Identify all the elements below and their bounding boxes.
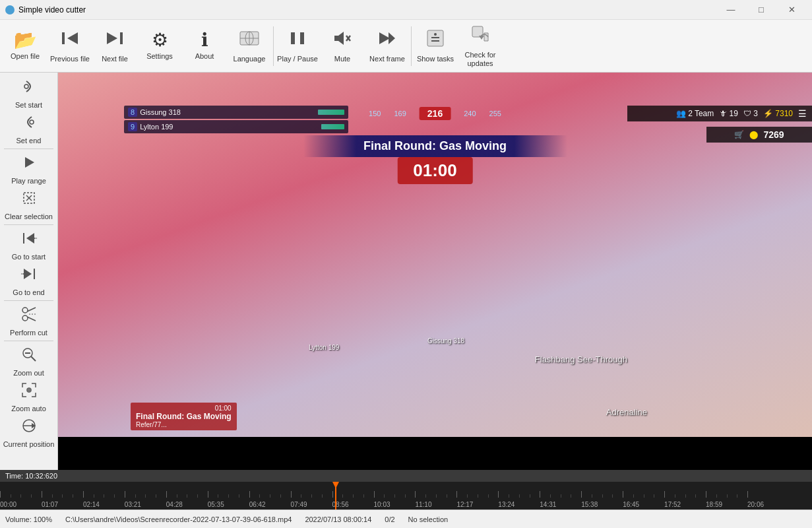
settings-label: Settings xyxy=(146,52,173,61)
next-file-button[interactable]: Next file xyxy=(92,22,137,71)
current-position-button[interactable]: Current position xyxy=(3,415,55,449)
prev-file-icon xyxy=(59,28,80,52)
svg-point-34 xyxy=(22,315,28,321)
perform-cut-icon xyxy=(20,305,38,327)
set-start-icon xyxy=(20,77,38,100)
prev-file-button[interactable]: Previous file xyxy=(47,22,92,71)
timeline-label: 18:59 xyxy=(706,501,722,508)
timeline-label: 02:14 xyxy=(83,501,100,508)
sidebar-sep-1 xyxy=(4,148,53,149)
set-start-label: Set start xyxy=(15,101,42,109)
play-range-button[interactable]: Play range xyxy=(3,152,55,186)
set-start-button[interactable]: Set start xyxy=(3,76,55,110)
svg-point-22 xyxy=(30,120,34,124)
next-frame-button[interactable]: Next frame xyxy=(365,22,410,71)
toolbar: 📂 Open file Previous file Next file ⚙ Se… xyxy=(0,20,812,73)
set-end-icon xyxy=(20,113,38,135)
about-icon: ℹ xyxy=(201,31,208,50)
svg-marker-3 xyxy=(107,32,117,44)
go-to-end-label: Go to end xyxy=(13,288,44,296)
check-updates-icon xyxy=(470,24,491,48)
prev-file-label: Previous file xyxy=(50,55,90,63)
language-button[interactable]: Language xyxy=(227,22,272,71)
show-tasks-icon xyxy=(425,28,446,52)
check-updates-button[interactable]: Check for updates xyxy=(458,22,503,71)
zoom-out-label: Zoom out xyxy=(13,369,44,377)
current-time-label: Time: 10:32:620 xyxy=(5,472,57,480)
timeline-label: 10:03 xyxy=(374,501,390,508)
svg-rect-18 xyxy=(431,40,439,42)
timeline-label: 01:07 xyxy=(42,501,58,508)
zoom-auto-button[interactable]: Zoom auto xyxy=(3,380,55,414)
clear-selection-button[interactable]: Clear selection xyxy=(3,187,55,222)
sidebar-sep-3 xyxy=(4,300,53,301)
open-file-label: Open file xyxy=(11,52,40,61)
current-position-icon xyxy=(20,416,38,439)
timeline-label: 14:31 xyxy=(540,501,556,508)
maximize-button[interactable]: □ xyxy=(746,0,776,20)
mute-label: Mute xyxy=(334,55,350,63)
timeline-label: 03:21 xyxy=(125,501,141,508)
sidebar-sep-2 xyxy=(4,224,53,225)
app-title: Simple video cutter xyxy=(18,5,86,15)
timeline-label: 04:28 xyxy=(166,501,183,508)
zoom-auto-icon xyxy=(20,381,38,403)
svg-marker-1 xyxy=(67,32,78,44)
go-to-end-button[interactable]: Go to end xyxy=(3,263,55,298)
minimize-button[interactable]: — xyxy=(716,0,746,20)
timeline-label: 17:52 xyxy=(664,501,681,508)
go-to-start-icon xyxy=(20,229,38,251)
volume-status: Volume: 100% xyxy=(5,515,52,523)
timeline-label: 05:35 xyxy=(208,501,224,508)
close-button[interactable]: ✕ xyxy=(776,0,807,20)
time-indicator: Time: 10:32:620 xyxy=(0,470,812,482)
timeline-label: 15:38 xyxy=(581,501,598,508)
svg-point-33 xyxy=(22,308,28,313)
toolbar-separator-2 xyxy=(411,26,412,66)
play-pause-button[interactable]: Play / Pause xyxy=(275,22,320,71)
go-to-start-button[interactable]: Go to start xyxy=(3,228,55,262)
show-tasks-label: Show tasks xyxy=(417,55,454,63)
timeline-label: 06:42 xyxy=(249,501,266,508)
settings-button[interactable]: ⚙ Settings xyxy=(137,22,182,71)
set-end-label: Set end xyxy=(16,137,42,145)
svg-line-35 xyxy=(27,308,36,312)
game-overlay: 8 Gissung 318 9 Lylton 199 xyxy=(58,73,812,470)
mute-button[interactable]: Mute xyxy=(320,22,365,71)
timeline-container: Time: 10:32:620 00:0001:0702:1403:2104:2… xyxy=(0,470,812,510)
zoom-out-button[interactable]: Zoom out xyxy=(3,344,55,378)
round-banner: Final Round: Gas Moving xyxy=(303,135,567,157)
timeline-label: 07:49 xyxy=(291,501,307,508)
perform-cut-button[interactable]: Perform cut xyxy=(3,304,55,338)
next-file-icon xyxy=(104,28,125,52)
about-label: About xyxy=(195,52,214,61)
svg-marker-28 xyxy=(26,233,34,244)
svg-point-16 xyxy=(434,33,437,36)
about-button[interactable]: ℹ About xyxy=(182,22,227,71)
timeline-track[interactable]: 00:0001:0702:1403:2104:2805:3506:4207:49… xyxy=(0,482,812,510)
show-tasks-button[interactable]: Show tasks xyxy=(413,22,458,71)
selection-status: No selection xyxy=(408,515,449,523)
flashbang-text: Flashbang See-Through xyxy=(535,354,627,364)
adrenaline-text: Adrenaline xyxy=(606,407,647,417)
file-path: C:\Users\andre\Videos\Screenrecorder-202… xyxy=(65,515,292,523)
set-end-button[interactable]: Set end xyxy=(3,112,55,146)
timeline-label: 12:17 xyxy=(456,501,473,508)
next-frame-label: Next frame xyxy=(369,55,405,63)
timeline-label: 16:45 xyxy=(623,501,639,508)
clear-selection-label: Clear selection xyxy=(5,213,53,220)
svg-marker-23 xyxy=(25,157,34,168)
video-area[interactable]: 8 Gissung 318 9 Lylton 199 xyxy=(58,73,812,470)
app-icon xyxy=(5,5,15,15)
toolbar-separator-1 xyxy=(273,26,274,66)
svg-marker-31 xyxy=(24,269,32,279)
open-file-button[interactable]: 📂 Open file xyxy=(3,22,47,71)
current-position-label: Current position xyxy=(3,440,55,448)
language-label: Language xyxy=(234,55,266,63)
go-to-end-icon xyxy=(20,265,38,287)
svg-marker-10 xyxy=(334,32,344,45)
play-range-icon xyxy=(20,153,38,176)
svg-rect-17 xyxy=(431,37,439,38)
play-range-label: Play range xyxy=(11,177,46,185)
datetime-status: 2022/07/13 08:00:14 xyxy=(305,515,371,523)
